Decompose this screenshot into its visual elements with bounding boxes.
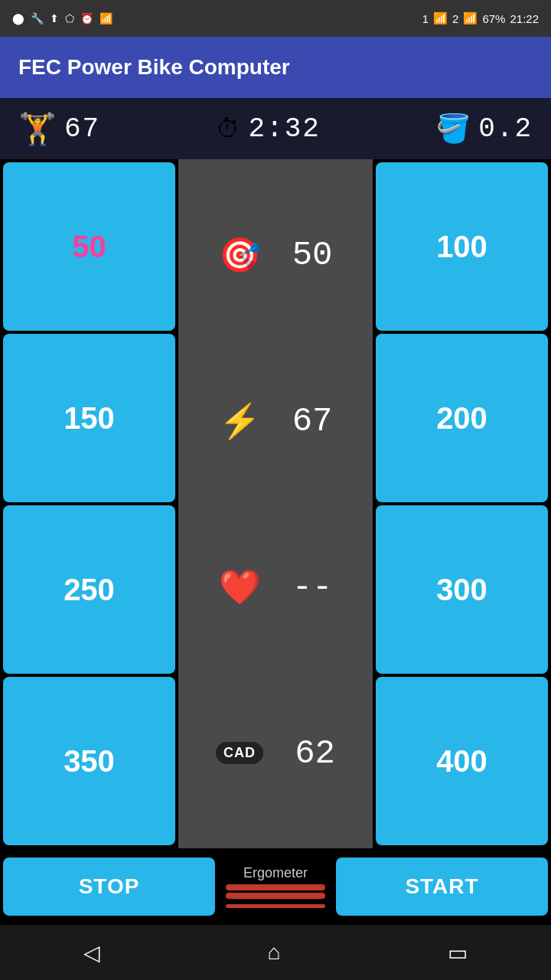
app-title: FEC Power Bike Computer	[18, 55, 290, 80]
cadence-icon: 🏋	[18, 111, 57, 147]
circle-icon: ⬤	[12, 12, 24, 24]
power-btn-150-label: 150	[64, 401, 115, 436]
power-btn-400-label: 400	[436, 744, 487, 779]
right-power-buttons: 100 200 300 400	[373, 159, 551, 848]
main-content: 50 150 250 350 🎯 50 ⚡ 67 ❤️ -- CAD 62	[0, 159, 551, 848]
wrench-icon: 🔧	[31, 12, 44, 24]
bluetooth-icon: ⬠	[65, 12, 74, 24]
ergometer-label: Ergometer	[243, 865, 308, 881]
ergometer-bar-1	[226, 884, 325, 890]
power-btn-100[interactable]: 100	[376, 162, 548, 331]
power-btn-350[interactable]: 350	[3, 677, 175, 845]
battery-level: 67%	[482, 12, 505, 25]
status-right-icons: 1 📶 2 📶 67% 21:22	[422, 11, 539, 25]
target-icon: 🎯	[219, 238, 261, 272]
sim1-label: 1	[422, 12, 429, 25]
status-bar: ⬤ 🔧 ⬆ ⬠ ⏰ 📶 1 📶 2 📶 67% 21:22	[0, 0, 551, 37]
power-btn-200[interactable]: 200	[376, 334, 548, 502]
nav-bar: ◁ ⌂ ▭	[0, 925, 551, 980]
heart-value: --	[272, 568, 333, 606]
power-btn-50[interactable]: 50	[3, 162, 175, 331]
cad-metric: CAD 62	[178, 727, 373, 780]
power-btn-300-label: 300	[436, 573, 487, 607]
bottom-bar: STOP Ergometer START	[0, 848, 551, 925]
power-btn-250[interactable]: 250	[3, 505, 175, 674]
heart-icon: ❤️	[219, 570, 261, 604]
power-value: 67	[272, 402, 333, 440]
clock-time: 21:22	[510, 12, 539, 25]
alarm-icon: ⏰	[80, 12, 93, 24]
signal2-icon: 📶	[463, 11, 478, 25]
nav-icon-status: ⬆	[50, 12, 59, 24]
ergometer-bars	[226, 884, 325, 908]
power-btn-50-label: 50	[72, 230, 106, 264]
power-btn-150[interactable]: 150	[3, 334, 175, 502]
status-left-icons: ⬤ 🔧 ⬆ ⬠ ⏰ 📶	[12, 12, 112, 24]
back-button[interactable]: ◁	[83, 940, 100, 965]
ergometer-bar-3	[226, 904, 325, 908]
power-btn-250-label: 250	[64, 573, 115, 607]
wifi-icon: 📶	[99, 12, 112, 24]
target-value: 50	[272, 236, 333, 274]
cadence-metric: 🏋 67	[18, 111, 100, 147]
signal1-icon: 📶	[433, 11, 448, 25]
heart-metric: ❤️ --	[178, 560, 373, 614]
timer-display: 2:32	[248, 113, 320, 145]
weight-icon: 🪣	[436, 113, 471, 145]
home-button[interactable]: ⌂	[268, 940, 281, 965]
ergometer-section: Ergometer	[218, 865, 333, 908]
timer-metric: ⏱ 2:32	[216, 113, 320, 145]
recents-button[interactable]: ▭	[448, 940, 468, 965]
target-metric: 🎯 50	[178, 228, 373, 282]
cadence-display: 67	[64, 113, 100, 145]
cad-badge: CAD	[216, 742, 263, 764]
weight-metric: 🪣 0.2	[436, 113, 533, 145]
power-metric: ⚡ 67	[178, 394, 373, 448]
start-button[interactable]: START	[336, 858, 548, 916]
power-btn-300[interactable]: 300	[376, 505, 548, 674]
power-btn-200-label: 200	[436, 401, 487, 436]
metrics-bar: 🏋 67 ⏱ 2:32 🪣 0.2	[0, 98, 551, 159]
timer-icon: ⏱	[216, 115, 240, 143]
cad-value: 62	[274, 734, 335, 773]
left-power-buttons: 50 150 250 350	[0, 159, 178, 848]
ergometer-bar-2	[226, 893, 325, 899]
weight-display: 0.2	[478, 113, 533, 145]
lightning-icon: ⚡	[219, 404, 261, 438]
app-bar: FEC Power Bike Computer	[0, 37, 551, 98]
sim2-label: 2	[452, 12, 458, 25]
power-btn-400[interactable]: 400	[376, 677, 548, 845]
center-metrics-panel: 🎯 50 ⚡ 67 ❤️ -- CAD 62	[178, 159, 373, 848]
stop-button[interactable]: STOP	[3, 858, 215, 916]
power-btn-100-label: 100	[436, 230, 487, 264]
power-btn-350-label: 350	[64, 744, 115, 779]
